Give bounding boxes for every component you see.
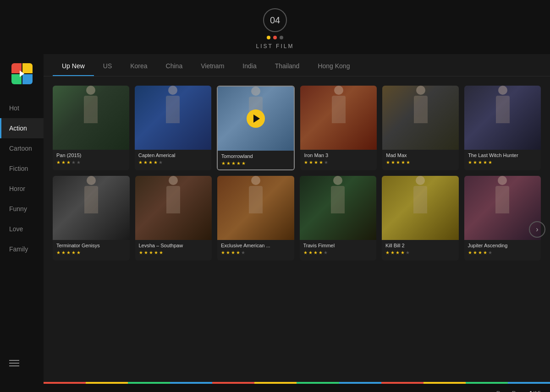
tab-korea[interactable]: Korea [121,54,156,76]
stars-tom: ★ ★ ★ ★ ★ [221,161,291,166]
movie-card-jupiter[interactable]: Jupiter Ascending ★ ★ ★ ★ ★ [464,176,541,261]
star: ★ [66,250,71,255]
title-iron: Iron Man 3 [304,152,373,158]
nav-item-family[interactable]: Family [0,239,44,259]
movie-card-exclusive[interactable]: Exclusive American ... ★ ★ ★ ★ ★ [217,176,294,261]
star: ★ [138,160,143,165]
movie-card-witch-hunter[interactable]: The Last Witch Hunter ★ ★ ★ ★ ★ [464,86,541,170]
figure-term [77,176,105,226]
title-last: The Last Witch Hunter [468,152,537,158]
movie-card-captain[interactable]: Capten Americal ★ ★ ★ ★ ★ [135,86,211,170]
tab-up-new[interactable]: Up New [53,54,94,76]
figure-jup [489,176,516,226]
figure-iron [325,86,352,136]
stars-cap: ★ ★ ★ ★ ★ [138,160,208,165]
nav-item-love[interactable]: Love [0,219,44,239]
movie-card-killbill[interactable]: Kill Bill 2 ★ ★ ★ ★ ★ [382,176,459,261]
hamburger-line-1 [9,360,19,361]
star: ★ [61,160,66,165]
tab-us[interactable]: US [94,54,121,76]
main-layout: Hot Action Cartoon Fiction Horor Funny L… [0,54,550,382]
info-mad: Mad Max ★ ★ ★ ★ ★ [382,150,459,170]
hamburger-menu[interactable] [0,349,44,373]
info-kill: Kill Bill 2 ★ ★ ★ ★ ★ [382,240,459,261]
poster-last [464,86,541,150]
star: ★ [303,250,308,255]
star: ★ [309,160,313,165]
star: ★ [242,161,246,166]
movie-card-ironman[interactable]: Iron Man 3 ★ ★ ★ ★ ★ [300,86,377,170]
app-logo[interactable] [11,63,33,84]
footer: Page: Page: 1 / 15 [0,384,550,392]
next-arrow[interactable]: › [529,221,545,238]
star: ★ [241,250,245,255]
info-cap: Capten Americal ★ ★ ★ ★ ★ [135,150,211,170]
star: ★ [308,250,313,255]
star: ★ [324,160,328,165]
poster-excl [217,176,294,240]
progress-bar [44,382,550,384]
progress-seg-9 [381,382,424,384]
play-button[interactable] [247,109,265,128]
figure-excl [242,176,270,226]
movie-card-tomorrowland[interactable]: Tomorrowland ★ ★ ★ ★ ★ [217,86,295,170]
hamburger-line-3 [9,365,19,366]
star: ★ [221,161,226,166]
nav-item-action[interactable]: Action [0,118,44,138]
info-jup: Jupiter Ascending ★ ★ ★ ★ ★ [464,240,541,261]
nav-item-hot[interactable]: Hot [0,98,44,118]
movie-card-travis[interactable]: Travis Fimmel ★ ★ ★ ★ ★ [300,176,377,261]
star: ★ [221,250,225,255]
movie-card-southpaw[interactable]: Levsha – Southpaw ★ ★ ★ ★ ★ [135,176,212,261]
poster-term [53,176,130,240]
stars-last: ★ ★ ★ ★ ★ [468,160,537,165]
star: ★ [149,250,153,255]
nav-item-cartoon[interactable]: Cartoon [0,138,44,158]
title-pan: Pan (2015) [56,152,126,158]
progress-seg-2 [86,382,128,384]
info-lev: Levsha – Southpaw ★ ★ ★ ★ ★ [135,240,212,261]
tab-china[interactable]: China [157,54,192,76]
nav-item-fiction[interactable]: Fiction [0,158,44,179]
star: ★ [148,160,153,165]
movie-card-pan[interactable]: Pan (2015) ★ ★ ★ ★ ★ [53,86,129,170]
hamburger-line-2 [9,363,19,364]
poster-mad [382,86,459,150]
star: ★ [159,160,163,165]
poster-travis [300,176,377,240]
star: ★ [236,161,241,166]
star: ★ [483,160,487,165]
nav-item-horor[interactable]: Horor [0,179,44,199]
tab-india[interactable]: India [233,54,265,76]
star: ★ [304,160,308,165]
dot-2 [273,36,277,39]
star: ★ [391,160,395,165]
tab-vietnam[interactable]: Vietnam [192,54,233,76]
title-tom: Tomorrowland [221,153,291,159]
star: ★ [473,160,477,165]
figure-lev [160,176,187,226]
tab-hong-kong[interactable]: Hong Kong [308,54,359,76]
poster-kill [382,176,459,240]
star: ★ [468,160,472,165]
star: ★ [468,250,472,255]
page-label: Page: [496,390,512,392]
poster-tom [218,87,294,151]
page-current: 1 [529,390,533,392]
movie-card-madmax[interactable]: Mad Max ★ ★ ★ ★ ★ [382,86,459,170]
star: ★ [154,160,158,165]
movie-row-2: Terminator Genisys ★ ★ ★ ★ ★ [53,176,541,261]
title-jup: Jupiter Ascending [468,243,538,248]
star: ★ [406,160,410,165]
star: ★ [56,160,60,165]
star: ★ [483,250,487,255]
nav-item-funny[interactable]: Funny [0,199,44,219]
tab-thailand[interactable]: Thailand [266,54,309,76]
figure-kill [407,176,434,226]
movie-row-1: Pan (2015) ★ ★ ★ ★ ★ [53,86,541,170]
poster-cap [135,86,211,150]
star: ★ [324,250,328,255]
movie-card-terminator[interactable]: Terminator Genisys ★ ★ ★ ★ ★ [53,176,130,261]
stars-iron: ★ ★ ★ ★ ★ [304,160,373,165]
stars-travis: ★ ★ ★ ★ ★ [303,250,373,255]
